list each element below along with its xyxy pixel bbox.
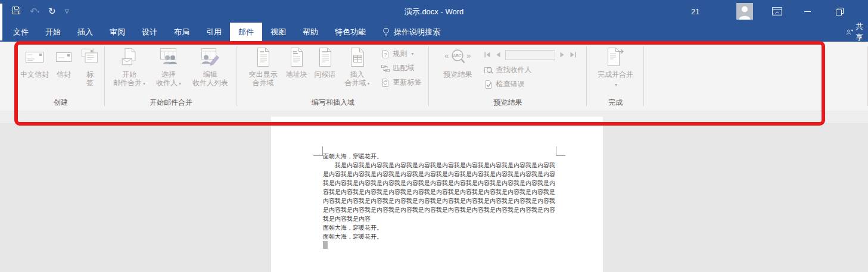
tab-insert[interactable]: 插入 <box>69 23 101 42</box>
user-name: 21 <box>691 0 699 23</box>
tab-view[interactable]: 视图 <box>262 23 294 42</box>
button-label: 完成并合并 <box>598 70 633 79</box>
address-block-icon <box>289 46 304 68</box>
greeting-line-button[interactable]: 问候语 <box>312 46 339 94</box>
tell-me-search[interactable]: 操作说明搜索 <box>382 23 440 42</box>
tab-design[interactable]: 设计 <box>133 23 166 42</box>
undo-dropdown-icon: ▾ <box>38 10 40 14</box>
chinese-envelope-button[interactable]: 中文信封 <box>18 46 51 94</box>
dropdown-arrow-icon: ▾ <box>179 81 181 86</box>
edit-recipient-list-button[interactable]: 编辑 收件人列表 <box>188 46 232 94</box>
ribbon-tab-bar: 文件 开始 插入 审阅 设计 布局 引用 邮件 视图 帮助 特色功能 操作说明搜… <box>0 23 868 42</box>
rules-button[interactable]: ? 规则 ▾ <box>381 48 422 60</box>
group-label-start-mail-merge: 开始邮件合并 <box>105 98 237 108</box>
rules-icon: ? <box>381 49 390 59</box>
next-record-button[interactable] <box>559 51 566 58</box>
customize-quick-access-button[interactable]: ▽ <box>65 9 69 14</box>
check-for-errors-button[interactable]: 检查错误 <box>484 79 577 90</box>
button-label: 合并域 <box>344 79 366 87</box>
record-number-input[interactable] <box>505 50 555 60</box>
button-label: 突出显示 <box>249 70 278 79</box>
button-label: 匹配域 <box>393 63 415 73</box>
edit-recipient-list-icon <box>200 46 220 68</box>
word-window: ↶▾ ↻ ▽ 演示.docx - Word 21 文件 开始 插入 <box>0 0 868 272</box>
labels-button[interactable]: 标 签 <box>77 46 103 94</box>
user-avatar[interactable] <box>736 3 753 20</box>
button-label: 查找收件人 <box>496 65 532 75</box>
button-label: 邮件合并 <box>113 79 142 87</box>
highlight-merge-fields-button[interactable]: 突出显示 合并域 <box>245 46 282 94</box>
save-icon <box>12 6 21 15</box>
ribbon-group-write-insert-fields: 突出显示 合并域 地址块 问候语 <box>237 42 429 111</box>
button-label: 更新标签 <box>393 77 422 87</box>
button-label: 中文信封 <box>20 70 49 79</box>
select-recipients-button[interactable]: 选择 收件人▾ <box>150 46 187 94</box>
group-label-write-insert-fields: 编写和插入域 <box>237 98 429 108</box>
tab-mailings-selected[interactable]: 邮件 <box>230 23 262 42</box>
restore-button[interactable] <box>836 0 844 23</box>
finish-and-merge-button[interactable]: 完成并合并 ▾ <box>593 46 638 94</box>
tab-references[interactable]: 引用 <box>198 23 230 42</box>
svg-text:»: » <box>466 51 471 60</box>
find-recipient-button[interactable]: 查找收件人 <box>484 64 577 76</box>
group-label-preview-results: 预览结果 <box>429 98 587 108</box>
text-cursor-block <box>323 241 328 249</box>
envelope-button[interactable]: 信封 <box>52 46 76 94</box>
dropdown-arrow-icon: ▾ <box>143 81 145 86</box>
button-label: 合并域 <box>253 79 274 87</box>
button-label: 地址块 <box>286 70 307 79</box>
address-block-button[interactable]: 地址块 <box>283 46 310 94</box>
button-label: 问候语 <box>315 70 336 79</box>
insert-merge-field-icon <box>349 46 366 68</box>
tab-special-features[interactable]: 特色功能 <box>326 23 374 42</box>
start-mail-merge-button[interactable]: 开始 邮件合并▾ <box>110 46 149 94</box>
tab-help[interactable]: 帮助 <box>294 23 326 42</box>
lightbulb-icon <box>382 27 390 37</box>
button-label: 规则 <box>393 49 407 59</box>
button-label: 开始 <box>122 70 136 79</box>
margin-crop-mark-top-right <box>556 146 565 156</box>
tab-layout[interactable]: 布局 <box>166 23 198 42</box>
svg-text:«: « <box>444 51 449 60</box>
doc-heading-line: 面朝大海，穿暖花开。 <box>323 152 556 161</box>
button-label: 收件人列表 <box>192 79 228 87</box>
tab-review[interactable]: 审阅 <box>101 23 133 42</box>
envelope-icon <box>55 46 73 68</box>
title-bar: ↶▾ ↻ ▽ 演示.docx - Word 21 <box>0 0 868 23</box>
insert-merge-field-button[interactable]: 插入 合并域▾ <box>340 46 375 94</box>
button-label: 预览结果 <box>444 70 472 79</box>
match-fields-button[interactable]: 匹配域 <box>381 62 422 74</box>
redo-button[interactable]: ↻ <box>48 7 56 16</box>
ribbon-group-finish: 完成并合并 ▾ 完成 <box>587 42 644 111</box>
check-errors-icon <box>484 80 493 89</box>
preview-results-button[interactable]: «ABC» 预览结果 <box>440 46 477 94</box>
first-record-button[interactable] <box>484 51 491 58</box>
minimize-icon <box>804 11 811 12</box>
update-labels-button[interactable]: 更新标签 <box>381 77 422 88</box>
chevron-down-icon: ▽ <box>65 8 69 14</box>
document-page[interactable]: 面朝大海，穿暖花开。 我是内容我是内容我是内容我是内容我是内容我是内容我是内容我… <box>271 117 603 272</box>
save-button[interactable] <box>12 6 21 17</box>
undo-button[interactable]: ↶▾ <box>30 7 39 16</box>
minimize-button[interactable] <box>804 0 811 23</box>
group-label-finish: 完成 <box>587 98 644 108</box>
labels-icon <box>80 46 99 68</box>
share-label: 共享 <box>855 23 868 42</box>
tab-home[interactable]: 开始 <box>37 23 69 42</box>
share-person-icon <box>846 28 853 36</box>
button-label: 签 <box>86 79 94 87</box>
ribbon-group-start-mail-merge: 开始 邮件合并▾ 选择 收件人▾ 编辑 收件人列表 <box>105 42 237 111</box>
last-record-button[interactable] <box>570 51 577 58</box>
button-label: 标 <box>86 70 94 79</box>
tell-me-label: 操作说明搜索 <box>394 27 440 37</box>
preview-results-icon: «ABC» <box>444 46 472 68</box>
tab-file[interactable]: 文件 <box>5 23 37 42</box>
share-button[interactable]: 共享 <box>846 23 868 42</box>
document-text[interactable]: 面朝大海，穿暖花开。 我是内容我是内容我是内容我是内容我是内容我是内容我是内容我… <box>323 152 556 250</box>
find-recipient-icon <box>484 65 493 75</box>
button-label: 信封 <box>57 70 71 79</box>
previous-record-button[interactable] <box>494 51 502 58</box>
highlight-merge-fields-icon <box>256 46 271 68</box>
ribbon-display-options-button[interactable] <box>772 0 782 23</box>
button-label: 选择 <box>161 70 176 79</box>
